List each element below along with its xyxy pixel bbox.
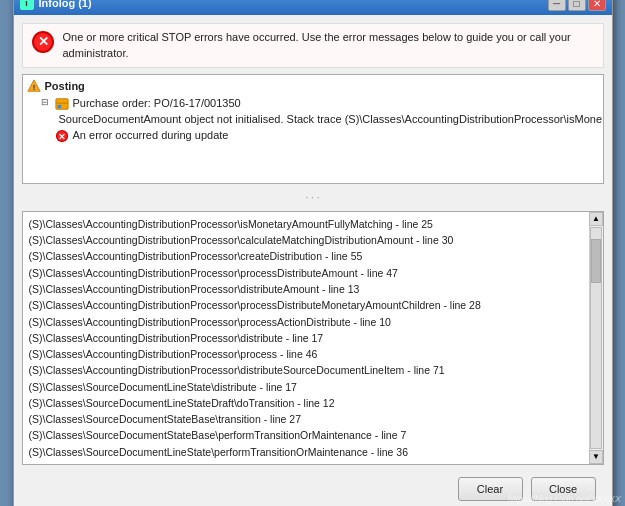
scroll-down-button[interactable]: ▼ xyxy=(589,450,603,464)
scroll-up-button[interactable]: ▲ xyxy=(589,212,603,226)
warning-triangle-icon: ! xyxy=(27,79,41,93)
critical-error-icon: ✕ xyxy=(31,30,55,54)
svg-text:✕: ✕ xyxy=(58,131,66,141)
error2-item: ✕ An error occurred during update xyxy=(27,129,599,143)
expand-icon[interactable]: ⊟ xyxy=(41,97,51,107)
stack-line: (S)\Classes\AccountingDistributionProces… xyxy=(29,216,583,232)
stack-line: (S)\Classes\AccountingDistributionProces… xyxy=(29,297,583,313)
stack-line: (S)\Classes\SourceDocumentLineState\dist… xyxy=(29,379,583,395)
main-window: i Infolog (1) ─ □ ✕ ✕ xyxy=(13,0,613,506)
stack-line: (S)\Classes\AccountingDistributionProces… xyxy=(29,232,583,248)
error2-text: An error occurred during update xyxy=(73,129,229,141)
tree-area[interactable]: ! Posting ⊟ Purchase order: PO/16-17/001… xyxy=(22,74,604,184)
stack-line: (S)\Classes\AccountingDistributionProces… xyxy=(29,248,583,264)
purchase-order-icon xyxy=(55,97,69,111)
tree-section-header: ! Posting xyxy=(27,79,599,93)
window-title: Infolog (1) xyxy=(39,0,92,9)
scroll-thumb[interactable] xyxy=(591,239,601,283)
stack-line: (S)\Classes\AccountingDistributionProces… xyxy=(29,346,583,362)
maximize-button[interactable]: □ xyxy=(568,0,586,11)
title-bar: i Infolog (1) ─ □ ✕ xyxy=(14,0,612,15)
window-close-button[interactable]: ✕ xyxy=(588,0,606,11)
error1-item: ✕ SourceDocumentAmount object not initia… xyxy=(27,113,599,127)
separator-dots: · · · xyxy=(22,190,604,205)
window-content: ✕ One or more critical STOP errors have … xyxy=(14,15,612,506)
minimize-button[interactable]: ─ xyxy=(548,0,566,11)
stack-line: (S)\Classes\AccountingDistributionProces… xyxy=(29,265,583,281)
stack-line: (S)\Classes\AccountingDistributionProces… xyxy=(29,281,583,297)
watermark: https://blog.csdn.net/XXXXX xyxy=(508,494,621,504)
app-icon: i xyxy=(20,0,34,10)
scroll-track[interactable] xyxy=(590,227,602,449)
svg-text:!: ! xyxy=(32,82,35,91)
svg-rect-7 xyxy=(57,105,61,109)
posting-label: Posting xyxy=(45,80,85,92)
stack-line: (S)\Classes\SourceDocumentStateBase\tran… xyxy=(29,411,583,427)
stack-trace-wrapper: (S)\Classes\AccountingDistributionProces… xyxy=(22,211,604,465)
stack-line: (S)\Classes\AccountingDistributionProces… xyxy=(29,362,583,378)
error2-icon: ✕ xyxy=(55,129,69,143)
error1-text: SourceDocumentAmount object not initiali… xyxy=(59,113,603,125)
error-banner: ✕ One or more critical STOP errors have … xyxy=(22,23,604,68)
title-bar-controls: ─ □ ✕ xyxy=(548,0,606,11)
stack-line: (S)\Classes\AccountingDistributionProces… xyxy=(29,330,583,346)
svg-text:✕: ✕ xyxy=(37,34,48,49)
error-banner-text: One or more critical STOP errors have oc… xyxy=(63,30,595,61)
purchase-order-item: ⊟ Purchase order: PO/16-17/001350 xyxy=(27,97,599,111)
vertical-scrollbar[interactable]: ▲ ▼ xyxy=(589,212,603,464)
stack-trace-content: (S)\Classes\AccountingDistributionProces… xyxy=(23,212,589,464)
title-bar-left: i Infolog (1) xyxy=(20,0,92,10)
stack-line: (S)\Classes\AccountingDistributionProces… xyxy=(29,314,583,330)
purchase-order-text: Purchase order: PO/16-17/001350 xyxy=(73,97,241,109)
stack-line: (S)\Classes\SourceDocumentStateBase\perf… xyxy=(29,427,583,443)
stack-line: (S)\Classes\SourceDocumentLineState\perf… xyxy=(29,444,583,460)
stack-line: (S)\Classes\SourceDocumentLineStateDraft… xyxy=(29,395,583,411)
